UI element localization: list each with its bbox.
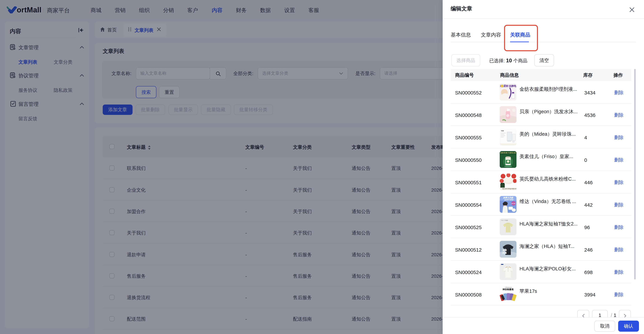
svg-text:V16: V16	[501, 130, 504, 132]
svg-text:加厚大升级: 加厚大升级	[503, 196, 514, 199]
svg-text:iPhone 14: iPhone 14	[504, 286, 512, 288]
svg-text:凉感: 凉感	[502, 249, 507, 251]
svg-text:TILE / 平铺图: TILE / 平铺图	[501, 220, 508, 221]
svg-text:抗菌: 抗菌	[502, 251, 507, 254]
svg-text:神技能爆满: 神技能爆满	[502, 288, 514, 291]
svg-text:超韧不易破: 超韧不易破	[504, 198, 514, 200]
svg-text:单月鲜: 单月鲜	[512, 203, 516, 204]
svg-text:维D加钙草莓米糊258g: 维D加钙草莓米糊258g	[502, 188, 516, 189]
svg-text:皇家美素力荟悦1段: 皇家美素力荟悦1段	[500, 152, 516, 154]
